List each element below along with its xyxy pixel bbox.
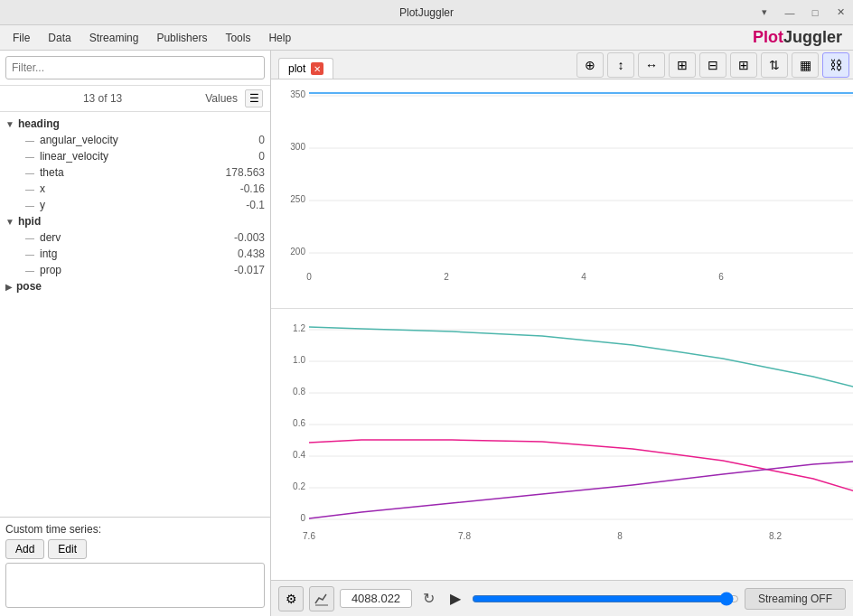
- list-item[interactable]: — theta 178.563: [0, 164, 270, 181]
- custom-timeseries-input[interactable]: [5, 563, 265, 608]
- svg-text:0: 0: [300, 513, 305, 523]
- split-vertical-btn[interactable]: ⊟: [699, 52, 726, 78]
- menu-data[interactable]: Data: [39, 28, 80, 48]
- minimize-window-btn[interactable]: —: [777, 0, 802, 25]
- menu-file[interactable]: File: [4, 28, 39, 48]
- item-y-label: y: [40, 199, 211, 211]
- svg-text:7.8: 7.8: [458, 531, 471, 541]
- chart-icon[interactable]: [309, 586, 334, 611]
- item-derv-label: derv: [40, 231, 211, 244]
- dash-icon: —: [25, 152, 34, 162]
- list-item[interactable]: — linear_velocity 0: [0, 148, 270, 164]
- item-linear-velocity-label: linear_velocity: [40, 150, 211, 163]
- split-horizontal-btn[interactable]: ⊞: [669, 52, 696, 78]
- svg-text:0.8: 0.8: [293, 387, 305, 397]
- maximize-btn[interactable]: □: [802, 0, 828, 25]
- svg-text:0.4: 0.4: [293, 450, 305, 460]
- sync-btn[interactable]: ⇅: [761, 52, 788, 78]
- tree-group-hpid: ▼ hpid — derv -0.003 — intg 0.438 — prop…: [0, 213, 270, 278]
- svg-text:0: 0: [306, 272, 312, 282]
- item-angular-velocity-value: 0: [211, 134, 265, 146]
- expand-icon-hpid: ▼: [5, 217, 14, 227]
- svg-rect-0: [271, 79, 853, 308]
- grid-btn[interactable]: ▦: [792, 52, 819, 78]
- edit-button[interactable]: Edit: [48, 539, 87, 559]
- brand-logo: PlotJuggler: [753, 28, 842, 47]
- menu-help[interactable]: Help: [259, 28, 300, 48]
- svg-text:350: 350: [290, 89, 305, 99]
- filter-input[interactable]: [5, 56, 265, 79]
- add-panel-btn[interactable]: ⊞: [730, 52, 757, 78]
- dash-icon: —: [25, 168, 34, 178]
- refresh-icon[interactable]: ↻: [417, 588, 439, 610]
- charts-container: 350 300 250 200 0 2 4 6 8: [271, 79, 853, 580]
- add-button[interactable]: Add: [5, 539, 44, 559]
- tab-bar: plot ✕ ⊕ ↕ ↔ ⊞ ⊟ ⊞ ⇅ ▦ ⛓: [271, 51, 853, 79]
- item-prop-value: -0.017: [211, 264, 265, 276]
- item-x-value: -0.16: [211, 182, 265, 195]
- list-item[interactable]: — derv -0.003: [0, 229, 270, 246]
- list-item[interactable]: — intg 0.438: [0, 246, 270, 262]
- tree-group-hpid-header[interactable]: ▼ hpid: [0, 213, 270, 229]
- tree-group-heading-header[interactable]: ▼ heading: [0, 116, 270, 132]
- tab-plot[interactable]: plot ✕: [278, 58, 333, 79]
- custom-timeseries-label: Custom time series:: [5, 523, 265, 536]
- item-intg-value: 0.438: [211, 247, 265, 260]
- horizontal-zoom-btn[interactable]: ↔: [638, 52, 665, 78]
- plot-toolbar: ⊕ ↕ ↔ ⊞ ⊟ ⊞ ⇅ ▦ ⛓: [573, 51, 853, 79]
- timeline-slider-container: [472, 592, 739, 606]
- menu-publishers[interactable]: Publishers: [147, 28, 216, 48]
- list-item[interactable]: — y -0.1: [0, 197, 270, 213]
- link-btn[interactable]: ⛓: [822, 52, 849, 78]
- tree-group-pose-header[interactable]: ▶ pose: [0, 278, 270, 294]
- item-theta-value: 178.563: [211, 166, 265, 179]
- tree-group-pose: ▶ pose: [0, 278, 270, 294]
- svg-text:6: 6: [718, 272, 724, 282]
- filter-bar: [0, 51, 270, 86]
- tree-group-heading: ▼ heading — angular_velocity 0 — linear_…: [0, 116, 270, 213]
- dash-icon: —: [25, 184, 34, 194]
- item-angular-velocity-label: angular_velocity: [40, 134, 211, 146]
- svg-text:8: 8: [617, 531, 623, 541]
- expand-icon-heading: ▼: [5, 119, 14, 129]
- svg-text:1.2: 1.2: [293, 323, 305, 333]
- tab-close-icon[interactable]: ✕: [311, 62, 323, 75]
- brand-plot-text: Plot: [753, 28, 783, 46]
- dash-icon: —: [25, 201, 34, 210]
- svg-text:8.2: 8.2: [769, 531, 782, 541]
- move-tool-btn[interactable]: ⊕: [576, 52, 604, 78]
- bottom-chart-svg: 0 0.2 0.4 0.6 0.8 1.0 1.2 1.4: [271, 309, 853, 580]
- streaming-toggle-button[interactable]: Streaming OFF: [745, 588, 846, 610]
- titlebar: PlotJuggler ▾ — □ ✕: [0, 0, 853, 25]
- settings-icon[interactable]: ⚙: [278, 586, 304, 611]
- item-prop-label: prop: [40, 264, 211, 276]
- play-button[interactable]: ▶: [445, 588, 466, 610]
- right-panel: plot ✕ ⊕ ↕ ↔ ⊞ ⊟ ⊞ ⇅ ▦ ⛓: [271, 51, 853, 616]
- main-layout: 13 of 13 Values ☰ ▼ heading — angular_ve…: [0, 51, 853, 616]
- svg-text:1.0: 1.0: [293, 355, 305, 365]
- values-toggle-icon[interactable]: ☰: [245, 89, 263, 107]
- bottom-bar: ⚙ 4088.022 ↻ ▶ Streaming OFF: [271, 580, 853, 616]
- list-item[interactable]: — prop -0.017: [0, 262, 270, 278]
- chart-small-icon: [314, 591, 330, 607]
- values-label: Values: [205, 92, 238, 105]
- item-linear-velocity-value: 0: [211, 150, 265, 163]
- count-bar: 13 of 13 Values ☰: [0, 86, 270, 112]
- list-item[interactable]: — x -0.16: [0, 181, 270, 197]
- close-btn[interactable]: ✕: [828, 0, 853, 25]
- menu-streaming[interactable]: Streaming: [80, 28, 148, 48]
- menu-tools[interactable]: Tools: [216, 28, 259, 48]
- svg-text:4: 4: [581, 272, 586, 282]
- count-display: 13 of 13: [7, 92, 198, 105]
- group-heading-label: heading: [18, 117, 60, 130]
- minimize-btn[interactable]: ▾: [752, 0, 777, 25]
- left-panel: 13 of 13 Values ☰ ▼ heading — angular_ve…: [0, 51, 271, 616]
- vertical-zoom-btn[interactable]: ↕: [607, 52, 634, 78]
- custom-buttons-row: Add Edit: [5, 539, 265, 559]
- timeline-slider[interactable]: [472, 592, 739, 606]
- dash-icon: —: [25, 266, 34, 275]
- item-theta-label: theta: [40, 166, 211, 179]
- menubar: File Data Streaming Publishers Tools Hel…: [0, 25, 853, 51]
- list-item[interactable]: — angular_velocity 0: [0, 132, 270, 148]
- dash-icon: —: [25, 249, 34, 259]
